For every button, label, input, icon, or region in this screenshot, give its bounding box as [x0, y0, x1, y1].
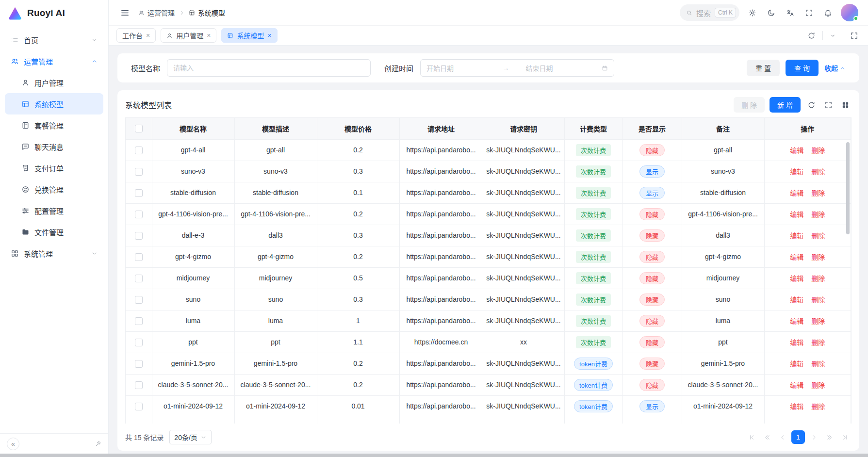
row-checkbox[interactable]: [135, 403, 143, 410]
model-name-input[interactable]: [167, 59, 371, 77]
breadcrumb-operations[interactable]: 运营管理: [138, 8, 175, 17]
sidebar-item-file-mgmt[interactable]: 文件管理: [5, 221, 103, 243]
edit-link[interactable]: 编辑: [790, 403, 803, 410]
pin-icon[interactable]: [95, 441, 101, 447]
dark-mode-moon-icon[interactable]: [765, 7, 777, 19]
edit-link[interactable]: 编辑: [790, 275, 803, 282]
cell-remark: claude-3-5-sonnet-20...: [682, 374, 764, 395]
delete-link[interactable]: 删除: [811, 147, 825, 154]
row-checkbox[interactable]: [135, 168, 143, 176]
divider: [822, 31, 823, 40]
delete-link[interactable]: 删除: [811, 189, 825, 197]
delete-link[interactable]: 删除: [811, 403, 825, 410]
settings-gear-icon[interactable]: [746, 7, 758, 19]
prev-page-button[interactable]: [776, 430, 789, 444]
tab-user-mgmt[interactable]: 用户管理 ×: [161, 28, 216, 43]
user-avatar[interactable]: [841, 4, 858, 21]
sidebar-toggle-button[interactable]: [118, 6, 131, 19]
sidebar-item-chat-messages[interactable]: 聊天消息: [5, 136, 103, 157]
translate-icon[interactable]: [784, 7, 796, 19]
cell-request-key: sk-JIUQLNndqSeKWU...: [483, 353, 564, 374]
row-checkbox[interactable]: [135, 253, 143, 261]
content-fullscreen-button[interactable]: [848, 30, 860, 42]
sidebar-item-config-mgmt[interactable]: 配置管理: [5, 200, 103, 221]
delete-link[interactable]: 删除: [811, 232, 825, 240]
sidebar-item-exchange-mgmt[interactable]: 兑换管理: [5, 179, 103, 200]
tab-close-icon[interactable]: ×: [146, 32, 150, 39]
edit-link[interactable]: 编辑: [790, 147, 803, 154]
start-date-field[interactable]: 开始日期: [426, 63, 499, 73]
sidebar-item-user-mgmt[interactable]: 用户管理: [5, 72, 103, 93]
fullscreen-icon[interactable]: [803, 7, 815, 19]
sidebar-collapse-button[interactable]: «: [7, 438, 19, 450]
row-checkbox[interactable]: [135, 317, 143, 325]
table-refresh-button[interactable]: [805, 99, 818, 111]
delete-link[interactable]: 删除: [811, 339, 825, 346]
edit-link[interactable]: 编辑: [790, 317, 803, 325]
jump-forward-button[interactable]: [822, 430, 836, 444]
row-checkbox[interactable]: [135, 296, 143, 304]
edit-link[interactable]: 编辑: [790, 232, 803, 240]
column-settings-button[interactable]: [839, 99, 852, 111]
row-checkbox[interactable]: [135, 189, 143, 197]
add-button[interactable]: 新 增: [770, 97, 801, 113]
cell-model-name: midjourney: [152, 267, 234, 289]
row-checkbox[interactable]: [135, 381, 143, 389]
page-size-select[interactable]: 20条/页: [169, 430, 211, 444]
collapse-filter-button[interactable]: 收起: [824, 63, 846, 73]
page-1-button[interactable]: 1: [791, 430, 805, 444]
delete-link[interactable]: 删除: [811, 275, 825, 282]
row-checkbox[interactable]: [135, 360, 143, 368]
row-checkbox[interactable]: [135, 339, 143, 346]
tab-dropdown-button[interactable]: [828, 31, 838, 41]
edit-link[interactable]: 编辑: [790, 211, 803, 218]
row-checkbox[interactable]: [135, 147, 143, 154]
delete-button[interactable]: 删 除: [734, 97, 765, 113]
sidebar-item-operations[interactable]: 运营管理: [5, 50, 103, 72]
sidebar-item-home[interactable]: 首页: [5, 29, 103, 50]
row-checkbox[interactable]: [135, 211, 143, 218]
delete-link[interactable]: 删除: [811, 253, 825, 261]
notification-bell-icon[interactable]: [822, 7, 834, 19]
select-all-checkbox[interactable]: [135, 125, 143, 132]
row-checkbox[interactable]: [135, 232, 143, 240]
end-date-field[interactable]: 结束日期: [513, 63, 598, 73]
first-page-button[interactable]: [745, 430, 758, 444]
tab-close-icon[interactable]: ×: [207, 32, 211, 39]
delete-link[interactable]: 删除: [811, 360, 825, 368]
date-range-picker[interactable]: 开始日期 → 结束日期: [420, 59, 614, 77]
delete-link[interactable]: 删除: [811, 296, 825, 304]
global-search[interactable]: 搜索 Ctrl K: [680, 4, 739, 21]
delete-link[interactable]: 删除: [811, 211, 825, 218]
next-page-button[interactable]: [807, 430, 820, 444]
delete-link[interactable]: 删除: [811, 381, 825, 389]
edit-link[interactable]: 编辑: [790, 360, 803, 368]
edit-link[interactable]: 编辑: [790, 168, 803, 176]
sidebar-item-package-mgmt[interactable]: 套餐管理: [5, 114, 103, 136]
sidebar-item-system-mgmt[interactable]: 系统管理: [5, 243, 103, 264]
table-scrollbar[interactable]: [846, 142, 850, 234]
tab-system-model[interactable]: 系统模型 ×: [221, 28, 277, 43]
edit-link[interactable]: 编辑: [790, 381, 803, 389]
breadcrumb-system-model[interactable]: 系统模型: [189, 8, 225, 17]
edit-link[interactable]: 编辑: [790, 189, 803, 197]
edit-link[interactable]: 编辑: [790, 253, 803, 261]
reset-button[interactable]: 重 置: [747, 60, 780, 76]
jump-back-button[interactable]: [760, 430, 774, 444]
cell-model-price: 1: [317, 310, 399, 331]
delete-link[interactable]: 删除: [811, 317, 825, 325]
query-button[interactable]: 查 询: [786, 60, 819, 76]
cell-request-url: https://api.pandarobo...: [399, 225, 483, 246]
sidebar-item-payment-orders[interactable]: 支付订单: [5, 157, 103, 179]
tab-refresh-button[interactable]: [805, 30, 818, 42]
cell-model-desc: gpt-4-1106-vision-pre...: [234, 203, 317, 225]
edit-link[interactable]: 编辑: [790, 296, 803, 304]
sidebar-item-system-model[interactable]: 系统模型: [5, 93, 103, 114]
table-fullscreen-button[interactable]: [822, 99, 835, 111]
last-page-button[interactable]: [838, 430, 852, 444]
tab-workbench[interactable]: 工作台 ×: [116, 28, 156, 43]
tab-close-icon[interactable]: ×: [267, 32, 271, 39]
delete-link[interactable]: 删除: [811, 168, 825, 176]
edit-link[interactable]: 编辑: [790, 339, 803, 346]
row-checkbox[interactable]: [135, 275, 143, 282]
